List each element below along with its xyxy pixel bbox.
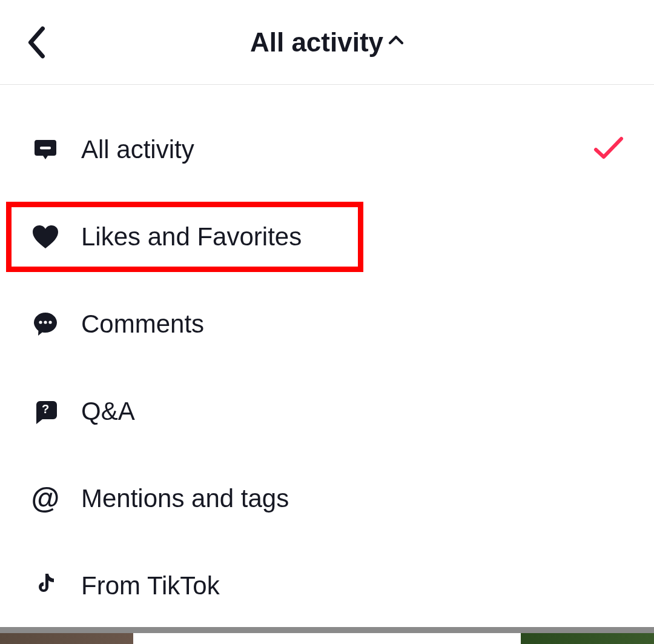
svg-rect-0 (40, 147, 51, 150)
menu-item-mentions[interactable]: @ Mentions and tags (0, 455, 654, 542)
at-icon: @ (30, 484, 61, 513)
activity-filter-menu: All activity Likes and Favorites Comment… (0, 85, 654, 629)
thumbnail (521, 633, 654, 644)
svg-text:?: ? (42, 402, 49, 416)
thumbnail (0, 633, 133, 644)
divider (0, 627, 654, 633)
heart-icon (30, 224, 61, 250)
back-button[interactable] (24, 26, 47, 59)
menu-item-label: Mentions and tags (81, 484, 289, 513)
chevron-up-icon (388, 35, 404, 45)
chat-bubble-icon (30, 138, 61, 162)
svg-point-3 (48, 320, 51, 324)
header: All activity (0, 0, 654, 85)
menu-item-label: Q&A (81, 397, 135, 426)
menu-item-label: Likes and Favorites (81, 222, 302, 251)
menu-item-qa[interactable]: ? Q&A (0, 368, 654, 455)
menu-item-comments[interactable]: Comments (0, 281, 654, 368)
chevron-left-icon (24, 26, 47, 59)
check-icon (592, 135, 625, 164)
menu-item-likes-favorites[interactable]: Likes and Favorites (0, 193, 654, 281)
svg-point-2 (44, 320, 47, 324)
menu-item-from-tiktok[interactable]: From TikTok (0, 542, 654, 629)
svg-point-1 (39, 320, 42, 324)
menu-item-all-activity[interactable]: All activity (0, 106, 654, 193)
comments-icon (30, 311, 61, 337)
menu-item-label: From TikTok (81, 571, 220, 600)
tiktok-icon (30, 573, 61, 599)
page-title: All activity (250, 27, 383, 58)
menu-item-label: All activity (81, 135, 194, 164)
qa-icon: ? (30, 399, 61, 424)
menu-item-label: Comments (81, 310, 204, 339)
content-peek (0, 633, 654, 644)
title-dropdown[interactable]: All activity (0, 27, 654, 58)
